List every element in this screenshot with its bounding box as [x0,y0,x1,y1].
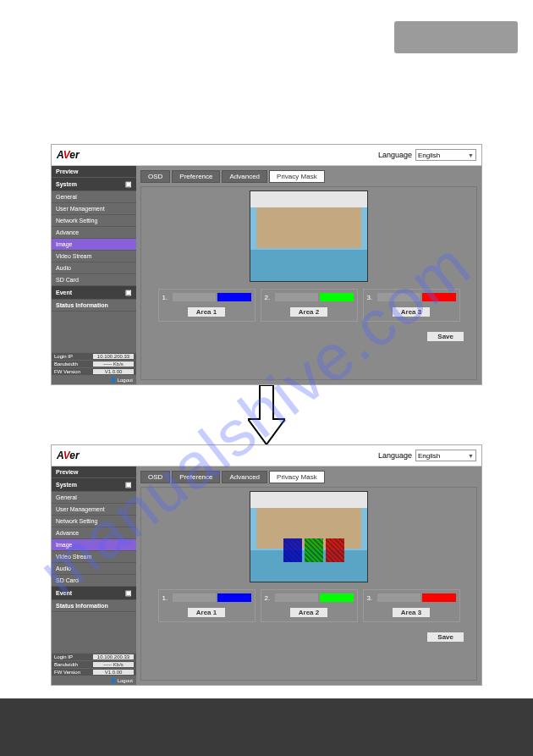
sidebar-item-audio[interactable]: Audio [52,563,136,575]
sidebar-item-image[interactable]: Image [52,239,136,251]
sidebar-item-audio[interactable]: Audio [52,262,136,274]
logout-link[interactable]: 👤 Logout [52,375,136,384]
sidebar-item-network-setting[interactable]: Network Setting [52,215,136,227]
tabs: OSD Preference Advanced Privacy Mask [140,170,477,183]
sidebar-item-status-information[interactable]: Status Information [52,300,136,312]
color-swatch-green[interactable] [320,593,354,602]
sidebar-item-advance[interactable]: Advance [52,527,136,539]
chevron-down-icon: ▼ [468,152,474,158]
area-2-button[interactable]: Area 2 [289,306,328,317]
tab-osd[interactable]: OSD [140,471,170,483]
sidebar-item-sd-card[interactable]: SD Card [52,274,136,286]
tab-preference[interactable]: Preference [172,170,220,183]
area-1-button[interactable]: Area 1 [187,306,226,317]
sidebar-item-general[interactable]: General [52,191,136,203]
area-1-box: 1. Area 1 [158,289,256,322]
mask-red[interactable] [326,538,344,562]
logo: AVer [57,149,80,161]
mask-blue[interactable] [283,538,302,562]
save-button[interactable]: Save [426,331,464,342]
logout-link[interactable]: 👤 Logout [52,676,136,685]
plus-icon: ▣ [125,289,132,296]
sidebar-item-event[interactable]: Event▣ [52,587,136,600]
language-selector[interactable]: Language English▼ [378,450,476,461]
minus-icon: ▣ [125,481,132,488]
sidebar-item-sd-card[interactable]: SD Card [52,575,136,587]
camera-preview[interactable] [250,190,368,282]
sidebar-item-general[interactable]: General [52,492,136,504]
save-button[interactable]: Save [426,632,464,643]
sidebar-item-image[interactable]: Image [52,539,136,551]
plus-icon: ▣ [125,589,132,597]
area-3-box: 3. Area 3 [363,289,460,322]
language-label: Language [378,451,412,460]
area-3-button[interactable]: Area 3 [392,607,431,618]
minus-icon: ▣ [125,180,132,188]
sidebar-item-network-setting[interactable]: Network Setting [52,516,136,527]
tab-privacy-mask[interactable]: Privacy Mask [269,471,325,483]
arrow-down-icon [248,385,285,448]
tab-osd[interactable]: OSD [140,170,170,183]
header-button[interactable] [394,21,518,53]
topbar: AVer Language English▼ [52,145,481,166]
tabs: OSD Preference Advanced Privacy Mask [140,471,477,483]
sidebar-item-preview[interactable]: Preview [52,466,136,478]
tab-privacy-mask[interactable]: Privacy Mask [269,170,325,183]
color-swatch-blue[interactable] [217,293,251,301]
sidebar: Preview System▣ General User Management … [52,466,136,685]
sidebar-item-preview[interactable]: Preview [52,166,136,178]
tab-advanced[interactable]: Advanced [222,471,267,483]
logo: AVer [57,450,80,461]
main-content: OSD Preference Advanced Privacy Mask 1. [136,466,481,685]
area-2-box: 2. Area 2 [261,289,358,322]
sidebar-item-user-management[interactable]: User Management [52,504,136,516]
camera-preview[interactable] [250,491,368,582]
sidebar-item-event[interactable]: Event▣ [52,286,136,300]
sidebar-item-video-stream[interactable]: Video Stream [52,551,136,563]
chevron-down-icon: ▼ [468,453,474,459]
color-swatch-green[interactable] [320,293,354,301]
topbar: AVer Language English▼ [52,445,481,466]
screenshot-before: AVer Language English▼ Preview System▣ G… [51,144,482,385]
sidebar: Preview System▣ General User Management … [52,166,136,384]
area-1-button[interactable]: Area 1 [187,607,226,618]
sidebar-item-system[interactable]: System▣ [52,178,136,191]
area-3-box: 3. Area 3 [363,589,460,622]
area-3-button[interactable]: Area 3 [392,306,431,317]
sidebar-item-status-information[interactable]: Status Information [52,600,136,612]
mask-green[interactable] [305,538,323,562]
sidebar-item-video-stream[interactable]: Video Stream [52,251,136,262]
color-swatch-blue[interactable] [217,593,251,602]
area-2-button[interactable]: Area 2 [289,607,328,618]
tab-preference[interactable]: Preference [172,471,220,483]
info-block: Login IP10.100.200.33 Bandwidth----- Kb/… [52,653,136,676]
main-content: OSD Preference Advanced Privacy Mask 1. … [136,166,481,384]
page-footer [0,698,533,756]
sidebar-item-system[interactable]: System▣ [52,478,136,492]
color-swatch-red[interactable] [422,293,456,301]
area-1-box: 1. Area 1 [158,589,256,622]
screenshot-after: AVer Language English▼ Preview System▣ G… [51,444,482,686]
sidebar-item-advance[interactable]: Advance [52,227,136,239]
privacy-masks [283,538,344,562]
info-block: Login IP10.100.200.33 Bandwidth----- Kb/… [52,352,136,375]
tab-advanced[interactable]: Advanced [222,170,267,183]
language-label: Language [378,151,412,159]
language-selector[interactable]: Language English▼ [378,149,476,161]
area-2-box: 2. Area 2 [261,589,358,622]
color-swatch-red[interactable] [422,593,456,602]
sidebar-item-user-management[interactable]: User Management [52,203,136,215]
